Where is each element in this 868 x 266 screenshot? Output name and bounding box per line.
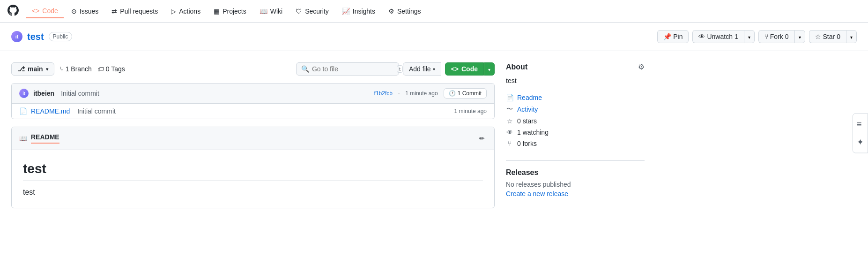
code-button[interactable]: <> Code <box>445 62 484 76</box>
readme-body-text: test <box>23 188 483 197</box>
repo-name[interactable]: test <box>27 31 44 42</box>
edge-lines-icon[interactable]: ≡ <box>855 117 866 131</box>
nav-item-pull-requests[interactable]: ⇄ Pull requests <box>106 5 163 18</box>
about-header: About ⚙ <box>506 62 645 71</box>
security-icon: 🛡 <box>296 8 302 15</box>
code-icon: <> <box>32 7 39 15</box>
readme-stat-icon: 📄 <box>506 94 513 101</box>
readme-box: 📖 README ✏ test test <box>11 127 495 208</box>
tags-link[interactable]: 🏷 0 Tags <box>97 65 125 73</box>
commit-author[interactable]: itbeien <box>33 90 54 97</box>
file-row-left: 📄 README.md <box>19 107 70 115</box>
nav-item-wiki[interactable]: 📖 Wiki <box>254 5 288 18</box>
fork-dropdown-button[interactable]: ▾ <box>794 30 805 43</box>
readme-stat-link[interactable]: Readme <box>517 94 542 101</box>
create-release-link[interactable]: Create a new release <box>506 190 568 198</box>
projects-icon: ▦ <box>214 8 220 15</box>
star-button[interactable]: ☆ Star 0 <box>809 30 846 43</box>
unwatch-button[interactable]: 👁 Unwatch 1 <box>692 30 743 43</box>
unwatch-dropdown-button[interactable]: ▾ <box>744 30 755 43</box>
about-section: About ⚙ test 📄 Readme 〜 Activity ☆ 0 sta… <box>506 62 645 149</box>
stars-stat: ☆ 0 stars <box>506 115 645 127</box>
readme-edit-button[interactable]: ✏ <box>477 133 487 144</box>
add-file-button[interactable]: Add file ▾ <box>403 62 441 76</box>
main-content: ⎇ main ▾ ⑂ 1 Branch 🏷 0 Tags 🔍 t <box>0 51 656 220</box>
book-icon: 📖 <box>19 135 27 142</box>
star-group: ☆ Star 0 ▾ <box>809 30 857 43</box>
pin-button[interactable]: 📌 Pin <box>657 30 689 43</box>
nav-item-projects[interactable]: ▦ Projects <box>208 5 252 18</box>
watching-stat-icon: 👁 <box>506 129 513 136</box>
nav-item-actions[interactable]: ▷ Actions <box>165 5 206 18</box>
fork-count: 0 <box>785 33 789 40</box>
forks-stat-icon: ⑂ <box>506 140 513 147</box>
repo-avatar: it <box>11 31 22 42</box>
fork-button[interactable]: ⑂ Fork 0 <box>758 30 794 43</box>
unwatch-count: 1 <box>734 33 738 40</box>
branch-icon: ⎇ <box>17 65 25 73</box>
tag-icon: 🏷 <box>97 65 104 73</box>
go-to-file-input-wrap[interactable]: 🔍 t <box>296 62 399 76</box>
nav-item-settings[interactable]: ⚙ Settings <box>383 5 427 18</box>
about-description: test <box>506 77 645 84</box>
stars-stat-icon: ☆ <box>506 117 513 125</box>
right-edge-panel: ≡ ✦ <box>853 113 868 153</box>
code-group: <> Code ▾ <box>445 62 495 76</box>
edge-sparkle-icon[interactable]: ✦ <box>855 135 866 149</box>
right-panel: About ⚙ test 📄 Readme 〜 Activity ☆ 0 sta… <box>506 62 645 208</box>
branches-link[interactable]: ⑂ 1 Branch <box>60 65 92 73</box>
nav-item-issues[interactable]: ⊙ Issues <box>66 5 104 18</box>
about-gear-icon[interactable]: ⚙ <box>638 62 645 71</box>
watching-stat-label: 1 watching <box>517 129 549 136</box>
file-row: 📄 README.md Initial commit 1 minute ago <box>12 104 494 119</box>
about-divider <box>506 160 645 161</box>
file-name-link[interactable]: README.md <box>31 107 70 115</box>
top-nav: <> Code ⊙ Issues ⇄ Pull requests ▷ Actio… <box>0 0 868 23</box>
commit-message: Initial commit <box>61 90 99 97</box>
branch-toolbar: ⎇ main ▾ ⑂ 1 Branch 🏷 0 Tags 🔍 t <box>11 62 495 76</box>
commit-author-avatar: it <box>19 89 29 98</box>
star-dropdown-button[interactable]: ▾ <box>846 30 857 43</box>
add-file-group: Add file ▾ <box>403 62 441 76</box>
pull-request-icon: ⇄ <box>111 8 117 15</box>
repo-header: it test Public 📌 Pin 👁 Unwatch 1 ▾ ⑂ For… <box>0 23 868 51</box>
code-dropdown-button[interactable]: ▾ <box>484 62 495 76</box>
add-file-chevron-icon: ▾ <box>433 67 435 72</box>
readme-h1: test <box>23 161 483 181</box>
releases-title: Releases <box>506 168 645 177</box>
search-kbd: t <box>397 65 403 73</box>
eye-icon: 👁 <box>698 33 705 40</box>
branch-selector-button[interactable]: ⎇ main ▾ <box>11 62 54 76</box>
commit-row-right: f1b2fcb · 1 minute ago 🕐 1 Commit <box>374 88 487 99</box>
edit-icon: ✏ <box>479 135 485 142</box>
commit-time-label: 1 minute ago <box>405 90 438 97</box>
readme-stat: 📄 Readme <box>506 92 645 103</box>
go-to-file-input[interactable] <box>312 65 394 73</box>
left-panel: ⎇ main ▾ ⑂ 1 Branch 🏷 0 Tags 🔍 t <box>11 62 495 208</box>
file-time: 1 minute ago <box>454 108 487 114</box>
nav-item-security[interactable]: 🛡 Security <box>290 5 334 18</box>
activity-stat-link[interactable]: Activity <box>517 106 538 113</box>
commit-hash[interactable]: f1b2fcb <box>374 90 393 97</box>
repo-actions: 📌 Pin 👁 Unwatch 1 ▾ ⑂ Fork 0 ▾ <box>657 30 857 43</box>
commit-count-button[interactable]: 🕐 1 Commit <box>444 88 487 99</box>
file-rows: 📄 README.md Initial commit 1 minute ago <box>12 104 494 119</box>
nav-item-code[interactable]: <> Code <box>26 4 64 18</box>
repo-title-area: it test Public <box>11 31 72 42</box>
file-commit-message: Initial commit <box>77 107 454 115</box>
unwatch-group: 👁 Unwatch 1 ▾ <box>692 30 754 43</box>
nav-item-insights[interactable]: 📈 Insights <box>336 5 381 18</box>
readme-header: 📖 README ✏ <box>12 127 494 150</box>
releases-section: Releases No releases published Create a … <box>506 168 645 198</box>
settings-icon: ⚙ <box>388 8 394 15</box>
about-stats: 📄 Readme 〜 Activity ☆ 0 stars 👁 1 watchi… <box>506 92 645 149</box>
github-logo <box>7 5 19 17</box>
issues-icon: ⊙ <box>71 8 77 15</box>
watching-stat: 👁 1 watching <box>506 127 645 138</box>
star-icon: ☆ <box>815 33 821 40</box>
pin-icon: 📌 <box>663 33 671 40</box>
fork-group: ⑂ Fork 0 ▾ <box>758 30 805 43</box>
wiki-icon: 📖 <box>260 8 267 15</box>
branch-toolbar-left: ⎇ main ▾ ⑂ 1 Branch 🏷 0 Tags <box>11 62 125 76</box>
commit-row-left: it itbeien Initial commit <box>19 89 99 98</box>
